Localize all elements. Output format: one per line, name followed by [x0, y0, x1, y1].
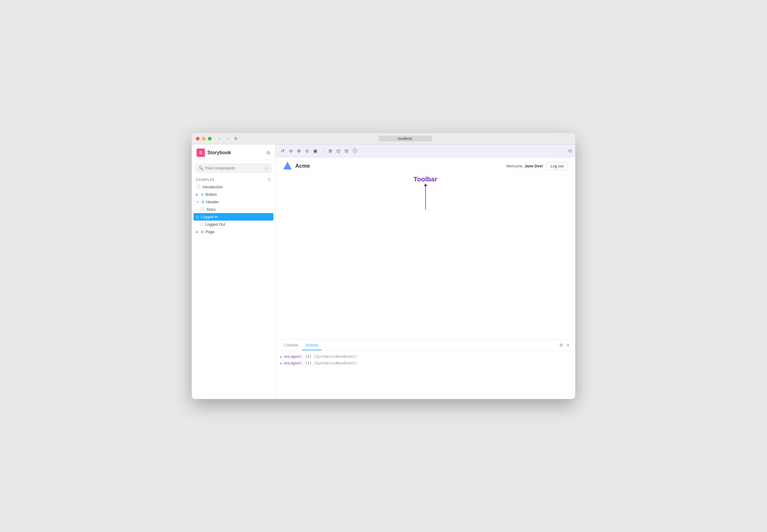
- component-icon: ⊞: [201, 230, 204, 234]
- settings-icon[interactable]: ⚙: [266, 150, 271, 156]
- titlebar: ← → ↻ localhost: [192, 133, 575, 144]
- section-title: EXAMPLES: [196, 178, 214, 181]
- sidebar-item-introduction[interactable]: 📄 Introduction: [192, 183, 275, 191]
- sidebar-item-label: Button: [206, 192, 217, 197]
- sidebar-header: S Storybook ⚙: [192, 144, 275, 160]
- expand-icon: ▶: [196, 230, 198, 233]
- zoom-out-button[interactable]: ⊖: [287, 147, 295, 155]
- logout-button[interactable]: Log out: [546, 162, 568, 170]
- back-button[interactable]: ←: [216, 136, 223, 142]
- component-icon: ⊞: [201, 200, 204, 204]
- toolbar-group-left: ↺ ⊖ ⊕ ⊙ ▣: [279, 147, 319, 155]
- url-bar[interactable]: localhost: [378, 136, 432, 142]
- search-shortcut: /: [265, 166, 268, 170]
- zoom-reset-button[interactable]: ⊙: [303, 147, 311, 155]
- browser-nav: ← → ↻: [216, 136, 239, 142]
- search-input[interactable]: [205, 166, 263, 170]
- storybook-logo-text: Storybook: [207, 150, 231, 155]
- sidebar-item-label: Docs: [207, 207, 216, 212]
- minimize-button[interactable]: [202, 137, 206, 140]
- sidebar-item-header[interactable]: ▼ ⊞ Header: [192, 198, 275, 206]
- reload-story-button[interactable]: ↺: [279, 147, 287, 155]
- toolbar-separator: [324, 148, 324, 154]
- sidebar-item-label: Introduction: [203, 185, 223, 189]
- canvas-area: Acme Welcome, Jane Doe! Log out Toolbar: [276, 158, 575, 339]
- sidebar-item-label: Page: [206, 230, 215, 234]
- background-button[interactable]: ⊟: [343, 147, 350, 155]
- toolbar-annotation-arrow: [425, 186, 426, 210]
- toolbar-annotation-label: Toolbar: [413, 175, 437, 183]
- tab-actions[interactable]: Actions: [302, 340, 322, 350]
- reload-button[interactable]: ↻: [233, 136, 239, 142]
- accessibility-button[interactable]: ⓘ: [351, 147, 359, 155]
- preview-user-area: Welcome, Jane Doe! Log out: [506, 162, 568, 170]
- action-name-2: onLogout:: [284, 361, 303, 365]
- search-icon: 🔍: [199, 166, 204, 170]
- sidebar-item-page[interactable]: ▶ ⊞ Page: [192, 228, 275, 236]
- section-header: EXAMPLES ⇅: [192, 175, 275, 183]
- storybook-toolbar: ↺ ⊖ ⊕ ⊙ ▣ ⊞ ⊡ ⊟ ⓘ ⧉: [276, 144, 575, 158]
- sort-icon[interactable]: ⇅: [268, 177, 271, 182]
- forward-button[interactable]: →: [225, 136, 231, 142]
- action-event-2: [SyntheticBaseEvent]: [314, 361, 357, 365]
- panel-actions: ⧉ ✕: [559, 342, 570, 348]
- collapse-icon: ▼: [196, 200, 199, 204]
- action-args-1: (1): [305, 354, 312, 359]
- zoom-in-button[interactable]: ⊕: [295, 147, 303, 155]
- storybook-logo-icon: S: [197, 149, 205, 157]
- toolbar-group-right: ⊞ ⊡ ⊟ ⓘ: [327, 147, 359, 155]
- action-name-1: onLogout:: [284, 354, 303, 359]
- doc-icon: 📄: [196, 185, 201, 189]
- sidebar-item-header-logged-out[interactable]: ◻ Logged Out: [192, 221, 275, 228]
- expand-icon: ▶: [196, 193, 198, 196]
- app-window: ← → ↻ localhost S Storybook ⚙ 🔍 /: [192, 133, 575, 399]
- viewport-button[interactable]: ⊡: [335, 147, 342, 155]
- acme-header-preview: Acme Welcome, Jane Doe! Log out: [276, 158, 575, 175]
- panel-content: ▶ onLogout: (1) [SyntheticBaseEvent] ▶ o…: [276, 351, 575, 399]
- doc-icon: 📄: [200, 207, 205, 212]
- welcome-text: Welcome, Jane Doe!: [506, 164, 543, 168]
- maximize-button[interactable]: [208, 137, 212, 140]
- action-entry-1: ▶ onLogout: (1) [SyntheticBaseEvent]: [280, 354, 570, 359]
- sidebar-item-label: Logged Out: [205, 222, 225, 227]
- action-args-2: (1): [305, 361, 312, 365]
- sidebar-item-label: Logged In: [201, 215, 218, 219]
- fullscreen-button[interactable]: ▣: [311, 147, 319, 155]
- acme-logo-icon: [283, 161, 292, 171]
- open-external-button[interactable]: ⧉: [568, 148, 571, 154]
- action-event-1: [SyntheticBaseEvent]: [314, 354, 357, 359]
- sidebar-item-label: Header: [206, 200, 219, 204]
- component-icon: ⊞: [201, 192, 204, 197]
- action-entry-2: ▶ onLogout: (1) [SyntheticBaseEvent]: [280, 361, 570, 365]
- app-body: S Storybook ⚙ 🔍 / EXAMPLES ⇅ 📄 Introduct…: [192, 144, 575, 399]
- sidebar: S Storybook ⚙ 🔍 / EXAMPLES ⇅ 📄 Introduct…: [192, 144, 276, 399]
- close-button[interactable]: [196, 137, 200, 140]
- action-toggle-2[interactable]: ▶: [280, 362, 282, 365]
- toolbar-annotation: Toolbar: [413, 175, 437, 210]
- panel-layout-button[interactable]: ⧉: [559, 342, 563, 348]
- traffic-lights: [196, 137, 212, 140]
- panel-close-button[interactable]: ✕: [566, 342, 570, 348]
- bottom-panel: Controls Actions ⧉ ✕ ▶ onLogout: (1) [Sy…: [276, 339, 575, 399]
- story-icon: ◻: [196, 215, 199, 219]
- story-icon: ◻: [200, 222, 203, 227]
- tab-controls[interactable]: Controls: [280, 340, 302, 350]
- action-toggle-1[interactable]: ▶: [280, 355, 282, 358]
- sidebar-item-button[interactable]: ▶ ⊞ Button: [192, 191, 275, 198]
- acme-brand-name: Acme: [295, 163, 310, 169]
- sidebar-item-header-logged-in[interactable]: ◻ Logged In: [194, 213, 274, 221]
- preview-brand: Acme: [283, 161, 310, 171]
- sidebar-logo: S Storybook: [197, 149, 231, 157]
- user-name: Jane Doe!: [524, 164, 543, 168]
- panel-tab-bar: Controls Actions ⧉ ✕: [276, 340, 575, 351]
- sidebar-item-header-docs[interactable]: 📄 Docs: [192, 206, 275, 213]
- main-area: ↺ ⊖ ⊕ ⊙ ▣ ⊞ ⊡ ⊟ ⓘ ⧉: [276, 144, 575, 399]
- grid-button[interactable]: ⊞: [327, 147, 334, 155]
- search-bar[interactable]: 🔍 /: [196, 164, 272, 172]
